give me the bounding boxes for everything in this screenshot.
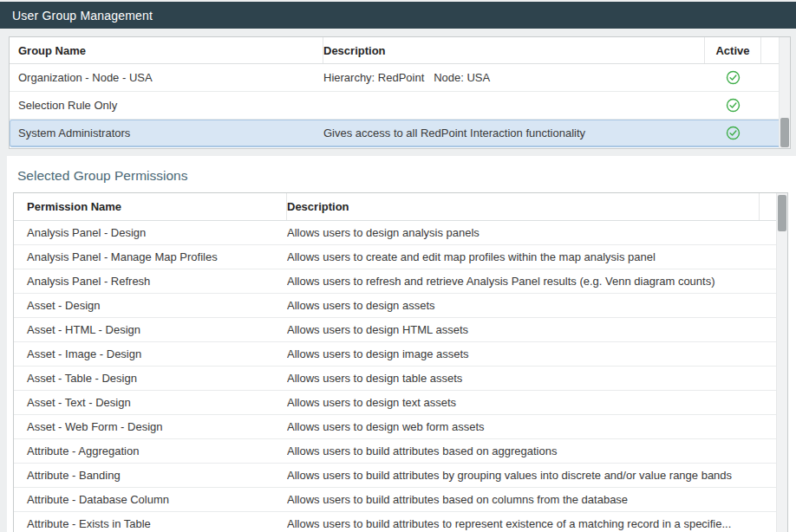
permission-name-cell: Asset - Web Form - Design: [14, 420, 287, 433]
permission-description-cell: Allows users to create and edit map prof…: [287, 250, 760, 263]
groups-table-header: Group Name Description Active: [10, 37, 790, 64]
permission-name-cell: Attribute - Exists in Table: [14, 517, 287, 530]
permission-row[interactable]: Analysis Panel - Refresh Allows users to…: [14, 269, 787, 294]
permissions-table: Permission Name Description Analysis Pan…: [13, 192, 788, 532]
permissions-section: Selected Group Permissions Permission Na…: [7, 156, 796, 532]
permission-row[interactable]: Attribute - Aggregation Allows users to …: [14, 439, 787, 464]
column-header-description[interactable]: Description: [323, 37, 705, 63]
permissions-table-header: Permission Name Description: [14, 193, 787, 221]
permission-description-cell: Allows users to design assets: [287, 299, 760, 312]
permission-name-cell: Asset - HTML - Design: [14, 323, 287, 336]
group-name-cell: Selection Rule Only: [10, 99, 323, 112]
column-header-active[interactable]: Active: [705, 37, 761, 63]
permission-description-cell: Allows users to design image assets: [287, 347, 760, 360]
permission-row[interactable]: Asset - Text - Design Allows users to de…: [14, 391, 787, 415]
permission-name-cell: Analysis Panel - Refresh: [14, 275, 287, 288]
permissions-table-body: Analysis Panel - Design Allows users to …: [14, 221, 787, 532]
group-active-cell: [705, 70, 761, 85]
permission-description-cell: Allows users to refresh and retrieve Ana…: [287, 275, 760, 288]
permission-row[interactable]: Attribute - Exists in Table Allows users…: [14, 512, 787, 532]
permission-row[interactable]: Analysis Panel - Manage Map Profiles All…: [14, 245, 787, 269]
permission-description-cell: Allows users to build attributes based o…: [287, 493, 760, 506]
permission-row[interactable]: Asset - Image - Design Allows users to d…: [14, 342, 787, 367]
permission-description-cell: Allows users to build attributes by grou…: [287, 469, 760, 482]
check-circle-icon: [726, 126, 741, 140]
groups-table-body: Organization - Node - USA Hierarchy: Red…: [10, 64, 790, 147]
permission-name-cell: Attribute - Database Column: [14, 493, 287, 506]
permission-name-cell: Asset - Image - Design: [14, 347, 287, 360]
group-row[interactable]: Organization - Node - USA Hierarchy: Red…: [10, 64, 790, 92]
permission-name-cell: Attribute - Aggregation: [14, 444, 287, 457]
permission-row[interactable]: Analysis Panel - Design Allows users to …: [14, 221, 787, 245]
group-description-cell: Gives access to all RedPoint Interaction…: [323, 127, 705, 139]
permission-name-cell: Analysis Panel - Design: [14, 226, 287, 239]
group-active-cell: [705, 126, 761, 140]
group-row[interactable]: Selection Rule Only: [10, 92, 790, 120]
permission-row[interactable]: Asset - HTML - Design Allows users to de…: [14, 318, 787, 342]
permission-name-cell: Asset - Design: [14, 299, 287, 312]
section-heading: Selected Group Permissions: [17, 168, 187, 184]
permission-name-cell: Analysis Panel - Manage Map Profiles: [14, 250, 287, 263]
title-bar: User Group Management: [0, 2, 796, 29]
groups-scrollbar-thumb[interactable]: [780, 118, 789, 147]
permission-description-cell: Allows users to design text assets: [287, 396, 760, 409]
permission-row[interactable]: Asset - Table - Design Allows users to d…: [14, 367, 787, 391]
permission-description-cell: Allows users to build attributes to repr…: [287, 517, 760, 530]
column-header-group-name[interactable]: Group Name: [10, 37, 323, 63]
column-header-permission-description[interactable]: Description: [287, 193, 760, 220]
group-name-cell: Organization - Node - USA: [10, 71, 323, 84]
permissions-scrollbar-thumb[interactable]: [778, 195, 786, 231]
page-title: User Group Management: [12, 9, 153, 23]
permission-description-cell: Allows users to design analysis panels: [287, 226, 760, 239]
permission-description-cell: Allows users to design web form assets: [287, 420, 760, 433]
permission-description-cell: Allows users to build attributes based o…: [287, 444, 760, 457]
permission-name-cell: Asset - Table - Design: [14, 372, 287, 385]
group-row[interactable]: System Administrators Gives access to al…: [10, 120, 790, 147]
permission-name-cell: Attribute - Banding: [14, 469, 287, 482]
permission-description-cell: Allows users to design table assets: [287, 372, 760, 385]
permission-name-cell: Asset - Text - Design: [14, 396, 287, 409]
permissions-scrollbar[interactable]: [776, 193, 787, 532]
permission-description-cell: Allows users to design HTML assets: [287, 323, 760, 336]
user-groups-table: Group Name Description Active Organizati…: [9, 36, 791, 149]
column-header-permission-name[interactable]: Permission Name: [14, 193, 287, 220]
permission-row[interactable]: Attribute - Database Column Allows users…: [14, 488, 787, 512]
permission-row[interactable]: Asset - Web Form - Design Allows users t…: [14, 415, 787, 439]
groups-scrollbar[interactable]: [779, 37, 790, 148]
group-active-cell: [705, 98, 761, 113]
permission-row[interactable]: Asset - Design Allows users to design as…: [14, 294, 787, 318]
check-circle-icon: [726, 98, 741, 113]
permission-row[interactable]: Attribute - Banding Allows users to buil…: [14, 464, 787, 488]
group-name-cell: System Administrators: [10, 127, 323, 139]
check-circle-icon: [726, 70, 741, 85]
group-description-cell: Hierarchy: RedPoint Node: USA: [323, 71, 705, 84]
